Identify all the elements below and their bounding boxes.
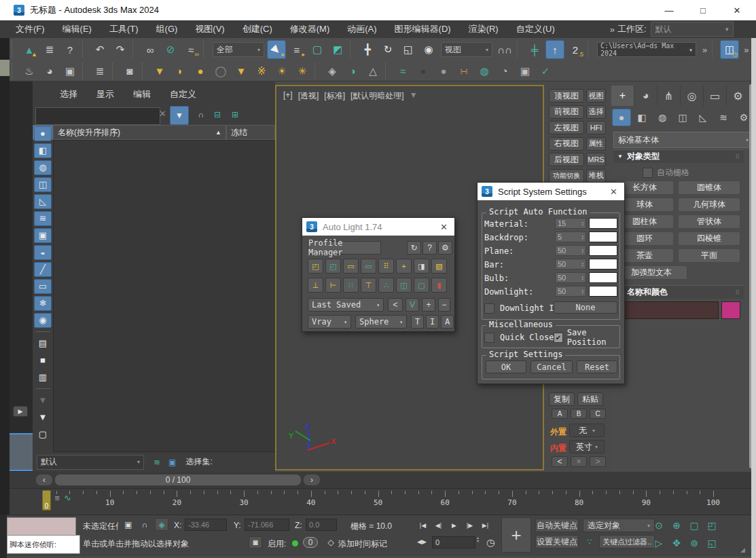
water-icon[interactable]: ≈ <box>393 62 412 81</box>
play-button[interactable]: ▶ <box>447 519 461 532</box>
prev-frame-scrub-button[interactable]: ‹ <box>35 474 53 486</box>
expand-button[interactable]: ▶ <box>13 406 28 417</box>
light-tool-button[interactable]: ◰ <box>325 259 341 274</box>
light-tool-button[interactable]: ▧ <box>431 259 447 274</box>
select-scale-icon[interactable]: ◱ <box>399 40 418 59</box>
mini-listener[interactable]: 脚本迷你侦听: <box>7 535 80 554</box>
viewport-filter-icon[interactable]: ▼ <box>410 90 418 102</box>
orbit-icon[interactable]: ⊚ <box>686 536 702 551</box>
color-swatch-Plane[interactable] <box>589 245 617 256</box>
light-tool-button[interactable]: + <box>396 259 412 274</box>
lock-icon[interactable]: ∩ <box>194 109 208 121</box>
save-position-checkbox[interactable]: ✔ <box>554 333 563 343</box>
object-type-rollout[interactable]: ▼ 对象类型 ⠿ <box>613 149 744 163</box>
light-tool-button[interactable]: ◰ <box>308 259 323 274</box>
half-sphere-icon[interactable]: ◑ <box>343 62 362 81</box>
menu-item-5[interactable]: 创建(C) <box>234 23 281 35</box>
shape-dropdown[interactable]: Sphere ▾ <box>355 315 407 329</box>
param-spinner-Bulb[interactable]: 50▴▾ <box>555 272 586 283</box>
snap-cross-icon[interactable]: ╪ <box>525 40 544 59</box>
current-frame-field[interactable]: 0 <box>432 536 475 548</box>
viewport-menu-general[interactable]: [+] <box>283 90 293 102</box>
light-tool-button[interactable]: ⊤ <box>361 278 376 293</box>
select-by-name-icon[interactable]: ≡▸ <box>287 40 306 59</box>
toolbar-overflow-chevron[interactable]: » <box>698 45 710 55</box>
sub-geometry[interactable]: ● <box>612 109 631 126</box>
side-button-功能切换[interactable]: 功能切换 <box>549 169 584 183</box>
cancel-button[interactable]: Cancel <box>530 360 573 373</box>
track-list-icon[interactable]: ≣ <box>54 494 60 502</box>
dome-light-icon[interactable]: ◗ <box>170 62 190 81</box>
menu-item-3[interactable]: 组(G) <box>147 23 187 35</box>
light-tool-button[interactable]: ◫ <box>396 278 412 293</box>
list-view-icon[interactable]: ▤ <box>34 336 52 351</box>
material-ball-icon[interactable]: ◕ <box>40 62 59 81</box>
wire-sphere-icon[interactable]: ◯ <box>211 62 230 81</box>
filter-frozen-icon[interactable]: ❄ <box>34 296 52 311</box>
sun-icon[interactable]: ☀ <box>272 62 291 81</box>
globe-icon[interactable]: ◍ <box>475 62 494 81</box>
filter-lights-icon[interactable]: ◍ <box>34 160 52 175</box>
rect-selection-region-icon[interactable]: ▢ <box>308 40 327 59</box>
side-button-前视图[interactable]: 前视图 <box>549 105 584 119</box>
downlight-ies-checkbox[interactable] <box>484 303 494 314</box>
viewport-menu-standard[interactable]: [标准] <box>324 90 345 102</box>
viewport-menu-pov[interactable]: [透视] <box>298 90 319 102</box>
primitive-button-圆锥体[interactable]: 圆锥体 <box>678 181 740 195</box>
primitive-button-四棱锥[interactable]: 四棱锥 <box>678 231 740 246</box>
time-config-clock-icon[interactable]: ◷ <box>484 536 497 548</box>
check-icon[interactable]: ✓ <box>536 62 555 81</box>
filter-hidden-icon[interactable]: ◉ <box>34 313 52 328</box>
selected-objects-dropdown[interactable]: 选定对象 ▾ <box>583 519 655 532</box>
menu-item-1[interactable]: 编辑(E) <box>54 23 101 35</box>
window-crossing-icon[interactable]: ◩ <box>328 40 347 59</box>
tab-motion[interactable]: ◎ <box>681 86 704 106</box>
ies-web-icon[interactable]: ※ <box>252 62 271 81</box>
prev-preset-button[interactable]: < <box>388 298 403 312</box>
mode-button-I[interactable]: I <box>426 315 439 329</box>
menu-item-6[interactable]: 修改器(M) <box>281 23 339 35</box>
zoom-all-icon[interactable]: ⊕ <box>668 518 685 533</box>
quick-close-checkbox[interactable] <box>484 333 494 343</box>
collapse-tree-icon[interactable]: ⊟ <box>211 109 224 121</box>
help-icon[interactable]: ? <box>60 40 79 59</box>
bind-spacewarp-icon[interactable]: ≈∞ <box>181 40 200 59</box>
menu-item-8[interactable]: 图形编辑器(D) <box>386 23 460 35</box>
curve-editor-icon[interactable]: ∿ <box>64 493 71 503</box>
copy-button[interactable]: 复制 <box>549 392 575 406</box>
side-button-左视图[interactable]: 左视图 <box>549 121 584 134</box>
sub-helpers[interactable]: ◺ <box>694 109 713 126</box>
external-dropdown[interactable]: 无 ▾ <box>569 424 605 437</box>
x-coordinate-field[interactable]: -33.46 <box>185 519 227 531</box>
color-swatch-Backdrop[interactable] <box>589 231 617 242</box>
spinner-down-icon[interactable]: ▾ <box>477 540 479 543</box>
tab-modify[interactable]: ◕ <box>634 86 658 106</box>
display-box-icon[interactable]: ▣ <box>168 458 176 467</box>
maximize-viewport-icon[interactable]: ◱ <box>704 536 720 551</box>
renderer-dropdown[interactable]: Vray ▾ <box>308 315 351 329</box>
isolate-icon[interactable]: ▣ <box>121 519 136 531</box>
scene-trees-icon[interactable]: ▲▲ <box>20 40 39 59</box>
gray-ball-icon[interactable]: ● <box>434 62 453 81</box>
set-key-button[interactable]: 设置关键点 <box>535 535 579 548</box>
project-folder-field[interactable]: C:\Users\Ad⋯ds Max 2024 ▾ <box>597 42 696 57</box>
lock-selection-icon[interactable]: ∩ <box>139 519 151 531</box>
sub-cameras[interactable]: ◫ <box>673 109 692 126</box>
select-rotate-icon[interactable]: ↻ <box>378 40 397 59</box>
side-button-视图[interactable]: 视图 <box>586 89 606 103</box>
internal-dropdown[interactable]: 英寸 ▾ <box>569 440 605 453</box>
color-swatch-Material[interactable] <box>589 218 617 229</box>
abc-button-B[interactable]: B <box>571 409 587 419</box>
param-spinner-Material[interactable]: 15▴▾ <box>555 218 586 229</box>
zoom-icon[interactable]: ⊙ <box>651 518 667 533</box>
nav-prev-button[interactable]: < <box>552 456 568 467</box>
select-object-icon[interactable]: ▶▸ <box>267 40 286 59</box>
add-preset-button[interactable]: + <box>422 298 435 312</box>
color-swatch-Bar[interactable] <box>589 259 617 269</box>
primitive-button-几何球体[interactable]: 几何球体 <box>678 198 740 212</box>
param-spinner-Downlight[interactable]: 50▴▾ <box>555 286 586 297</box>
z-coordinate-field[interactable]: 0.0 <box>306 519 337 531</box>
clear-search-icon[interactable]: ✕ <box>159 109 166 119</box>
filter-containers-icon[interactable]: ▭ <box>34 279 52 294</box>
camera-icon[interactable]: ◙ <box>120 62 139 81</box>
